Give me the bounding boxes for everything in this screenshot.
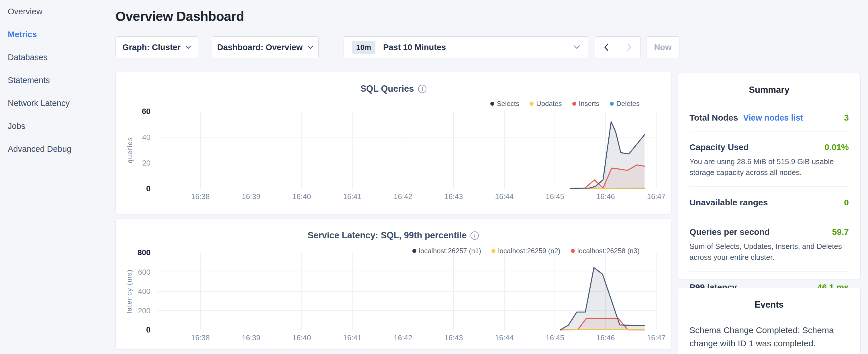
svg-text:16:47: 16:47 bbox=[647, 192, 665, 201]
svg-text:16:42: 16:42 bbox=[394, 192, 412, 201]
summary-panel: Summary Total NodesView nodes list3Capac… bbox=[678, 73, 861, 279]
svg-text:queries: queries bbox=[126, 137, 133, 164]
prev-time-button[interactable] bbox=[595, 37, 618, 58]
summary-value: 0.01% bbox=[825, 142, 849, 152]
summary-label: Capacity Used bbox=[689, 142, 749, 152]
dashboard-dropdown[interactable]: Dashboard: Overview bbox=[212, 36, 319, 58]
sidebar: OverviewMetricsDatabasesStatementsNetwor… bbox=[0, 0, 115, 354]
events-title: Events bbox=[689, 299, 849, 310]
svg-text:16:41: 16:41 bbox=[343, 333, 362, 342]
sidebar-item-overview[interactable]: Overview bbox=[0, 0, 115, 23]
page-title: Overview Dashboard bbox=[116, 9, 244, 24]
svg-text:16:38: 16:38 bbox=[191, 192, 210, 201]
sidebar-item-jobs[interactable]: Jobs bbox=[0, 115, 115, 137]
summary-row-capacity-used: Capacity Used0.01%You are using 28.6 MiB… bbox=[689, 131, 849, 187]
sidebar-item-databases[interactable]: Databases bbox=[0, 46, 115, 69]
svg-text:16:45: 16:45 bbox=[546, 333, 564, 342]
summary-description: Sum of Selects, Updates, Inserts, and De… bbox=[689, 241, 849, 263]
event-message: Schema Change Completed: Schema change w… bbox=[689, 324, 846, 350]
svg-text:16:43: 16:43 bbox=[444, 333, 463, 342]
svg-text:16:44: 16:44 bbox=[495, 192, 514, 201]
svg-text:200: 200 bbox=[138, 307, 150, 315]
summary-row-queries-per-second: Queries per second59.7Sum of Selects, Up… bbox=[689, 216, 849, 271]
svg-text:0: 0 bbox=[146, 185, 150, 193]
summary-description: You are using 28.6 MiB of 515.9 GiB usab… bbox=[689, 156, 849, 178]
events-panel: Events Schema Change Completed: Schema c… bbox=[678, 288, 861, 354]
summary-value: 59.7 bbox=[832, 227, 849, 237]
dashboard-dropdown-label: Dashboard: Overview bbox=[217, 43, 303, 52]
summary-value: 0 bbox=[844, 198, 849, 207]
summary-label: Queries per second bbox=[689, 227, 770, 237]
graph-type-dropdown-label: Graph: Cluster bbox=[122, 43, 181, 52]
summary-row-total-nodes: Total NodesView nodes list3 bbox=[689, 102, 849, 131]
summary-rows: Total NodesView nodes list3Capacity Used… bbox=[689, 102, 849, 301]
chevron-down-icon bbox=[185, 45, 191, 49]
service-latency-plot: 16:3816:3916:4016:4116:4216:4316:4416:45… bbox=[116, 219, 672, 349]
time-range-label: Past 10 Minutes bbox=[383, 43, 574, 52]
graph-type-dropdown[interactable]: Graph: Cluster bbox=[116, 36, 198, 58]
time-range-badge: 10m bbox=[352, 41, 375, 54]
svg-text:16:46: 16:46 bbox=[596, 192, 615, 201]
svg-text:16:46: 16:46 bbox=[596, 333, 615, 342]
time-range-picker[interactable]: 10m Past 10 Minutes bbox=[344, 36, 588, 58]
summary-value: 3 bbox=[844, 113, 849, 123]
svg-text:16:41: 16:41 bbox=[343, 192, 362, 201]
view-nodes-list-link[interactable]: View nodes list bbox=[743, 113, 803, 123]
controls-divider bbox=[331, 38, 331, 56]
chevron-down-icon bbox=[308, 45, 313, 49]
svg-text:16:47: 16:47 bbox=[647, 333, 665, 342]
sidebar-item-metrics[interactable]: Metrics bbox=[0, 23, 115, 46]
summary-label: Unavailable ranges bbox=[689, 198, 768, 207]
summary-label: Total Nodes bbox=[689, 113, 738, 123]
next-time-button[interactable] bbox=[618, 37, 641, 58]
svg-text:0: 0 bbox=[146, 326, 150, 334]
sidebar-item-advanced-debug[interactable]: Advanced Debug bbox=[0, 137, 115, 160]
svg-text:16:39: 16:39 bbox=[242, 333, 260, 342]
service-latency-chart-card: Service Latency: SQL, 99th percentile i … bbox=[116, 219, 672, 349]
svg-text:60: 60 bbox=[142, 107, 150, 116]
svg-text:400: 400 bbox=[138, 287, 150, 296]
sql-queries-plot: 16:3816:3916:4016:4116:4216:4316:4416:45… bbox=[116, 72, 672, 214]
svg-text:16:44: 16:44 bbox=[495, 333, 514, 342]
svg-text:16:42: 16:42 bbox=[394, 333, 412, 342]
chevron-right-icon bbox=[627, 43, 632, 51]
svg-text:16:43: 16:43 bbox=[444, 192, 463, 201]
svg-text:20: 20 bbox=[142, 159, 150, 167]
svg-text:16:45: 16:45 bbox=[546, 192, 564, 201]
svg-text:latency (ms): latency (ms) bbox=[125, 269, 133, 314]
summary-row-unavailable-ranges: Unavailable ranges0 bbox=[689, 187, 849, 216]
chevron-down-icon bbox=[574, 45, 580, 49]
svg-text:40: 40 bbox=[142, 133, 150, 141]
controls-bar: Graph: Cluster Dashboard: Overview 10m P… bbox=[116, 36, 679, 58]
svg-text:600: 600 bbox=[138, 268, 150, 277]
svg-text:800: 800 bbox=[137, 248, 150, 257]
svg-text:16:40: 16:40 bbox=[292, 333, 311, 342]
sidebar-item-statements[interactable]: Statements bbox=[0, 69, 115, 92]
sidebar-item-network-latency[interactable]: Network Latency bbox=[0, 92, 115, 115]
svg-text:16:40: 16:40 bbox=[292, 192, 311, 201]
now-button[interactable]: Now bbox=[646, 36, 679, 58]
events-list: Schema Change Completed: Schema change w… bbox=[689, 324, 849, 354]
svg-text:16:39: 16:39 bbox=[242, 192, 260, 201]
chevron-left-icon bbox=[604, 43, 609, 51]
summary-title: Summary bbox=[689, 85, 849, 95]
time-nav-buttons bbox=[595, 36, 641, 58]
sql-queries-chart-card: SQL Queries i SelectsUpdatesInsertsDelet… bbox=[116, 72, 672, 214]
svg-text:16:38: 16:38 bbox=[191, 333, 210, 342]
